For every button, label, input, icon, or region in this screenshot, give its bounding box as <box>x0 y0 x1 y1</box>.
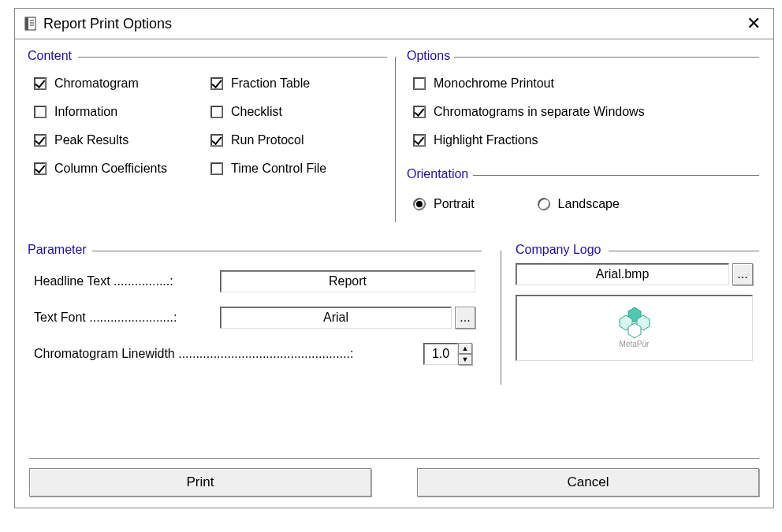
right-column: Options Monochrome Printout Chromatogram… <box>395 57 759 222</box>
checkbox-icon <box>34 134 47 147</box>
chk-label: Run Protocol <box>231 133 304 147</box>
report-print-options-window: Report Print Options ✕ Content Chromatog… <box>0 0 782 532</box>
linewidth-input[interactable]: 1.0 <box>423 343 458 365</box>
radio-landscape[interactable]: Landscape <box>538 192 620 216</box>
print-label: Print <box>187 474 214 490</box>
parameter-group: Parameter Headline Text ................… <box>28 251 482 385</box>
checkbox-icon <box>210 77 223 90</box>
chk-run-protocol[interactable]: Run Protocol <box>210 126 376 154</box>
linewidth-row: Chromatogram Linewidth .................… <box>34 336 475 372</box>
chk-monochrome[interactable]: Monochrome Printout <box>413 69 753 98</box>
window-title: Report Print Options <box>43 16 742 32</box>
chk-label: Chromatogram <box>54 76 139 91</box>
chk-label: Information <box>54 105 117 119</box>
chk-chromatogram[interactable]: Chromatogram <box>34 69 199 98</box>
headline-value: Report <box>329 274 367 288</box>
logo-legend: Company Logo <box>516 243 605 257</box>
ellipsis-label: ... <box>737 267 747 281</box>
headline-label: Headline Text ................: <box>34 274 220 288</box>
chk-peak-results[interactable]: Peak Results <box>34 126 199 154</box>
chk-separate-windows[interactable]: Chromatograms in separate Windows <box>413 98 753 126</box>
checkbox-icon <box>210 134 223 147</box>
logo-preview: MetaPür <box>516 295 753 361</box>
checkbox-icon <box>34 77 47 90</box>
content-group: Content Chromatogram Information <box>28 57 387 203</box>
checkbox-icon <box>34 106 47 118</box>
chk-fraction-table[interactable]: Fraction Table <box>210 69 376 98</box>
cancel-label: Cancel <box>568 474 609 490</box>
radio-icon <box>413 198 426 210</box>
chk-checklist[interactable]: Checklist <box>210 98 376 126</box>
logo-browse-button[interactable]: ... <box>732 263 753 285</box>
checkbox-icon <box>210 106 223 118</box>
svg-rect-1 <box>25 17 28 30</box>
orientation-legend: Orientation <box>407 167 471 181</box>
ellipsis-label: ... <box>460 311 470 325</box>
linewidth-value: 1.0 <box>432 347 449 361</box>
logo-preview-text: MetaPür <box>616 340 653 348</box>
font-browse-button[interactable]: ... <box>455 307 475 329</box>
chk-label: Highlight Fractions <box>434 133 538 147</box>
headline-row: Headline Text ................: Report <box>34 263 475 299</box>
chk-label: Time Control File <box>231 162 326 176</box>
chk-label: Peak Results <box>54 133 128 147</box>
logo-group: Company Logo Arial.bmp ... <box>501 251 759 385</box>
radio-icon <box>538 198 550 210</box>
chk-information[interactable]: Information <box>34 98 199 126</box>
logo-image: MetaPür <box>616 307 653 348</box>
hex-logo-icon <box>616 307 653 339</box>
logo-path-value: Arial.bmp <box>596 267 650 281</box>
checkbox-icon <box>413 134 426 147</box>
font-value: Arial <box>323 311 348 325</box>
linewidth-label: Chromatogram Linewidth .................… <box>34 347 423 361</box>
linewidth-spinner[interactable]: 1.0 ▲ ▼ <box>423 343 472 365</box>
chk-label: Fraction Table <box>231 76 310 91</box>
font-label: Text Font ........................: <box>34 311 220 325</box>
print-button[interactable]: Print <box>29 468 371 497</box>
chk-column-coefficients[interactable]: Column Coefficients <box>34 154 199 183</box>
document-icon <box>23 16 39 32</box>
dialog-body: Content Chromatogram Information <box>14 39 774 508</box>
spin-up-button[interactable]: ▲ <box>458 343 472 354</box>
chk-label: Column Coefficients <box>54 162 167 176</box>
chk-highlight-fractions[interactable]: Highlight Fractions <box>413 126 753 154</box>
cancel-button[interactable]: Cancel <box>417 468 759 497</box>
spin-down-button[interactable]: ▼ <box>458 354 472 365</box>
checkbox-icon <box>413 106 426 118</box>
chk-label: Checklist <box>231 105 282 119</box>
options-group: Options Monochrome Printout Chromatogram… <box>407 57 759 175</box>
orientation-group: Orientation Portrait Landscape <box>407 175 759 222</box>
headline-input[interactable]: Report <box>220 270 475 292</box>
radio-label: Landscape <box>558 197 620 211</box>
checkbox-icon <box>34 162 47 175</box>
font-input[interactable]: Arial <box>220 307 452 329</box>
chk-time-control-file[interactable]: Time Control File <box>210 154 376 183</box>
checkbox-icon <box>210 162 223 175</box>
options-legend: Options <box>407 49 453 63</box>
chk-label: Monochrome Printout <box>434 76 554 91</box>
close-button[interactable]: ✕ <box>742 13 765 34</box>
logo-path-input[interactable]: Arial.bmp <box>516 263 729 285</box>
radio-portrait[interactable]: Portrait <box>413 192 475 216</box>
content-legend: Content <box>28 49 75 63</box>
titlebar: Report Print Options ✕ <box>14 8 774 39</box>
chk-label: Chromatograms in separate Windows <box>434 105 645 119</box>
checkbox-icon <box>413 77 426 90</box>
parameter-legend: Parameter <box>28 243 90 257</box>
font-row: Text Font ........................: Aria… <box>34 299 475 336</box>
radio-label: Portrait <box>434 197 475 211</box>
